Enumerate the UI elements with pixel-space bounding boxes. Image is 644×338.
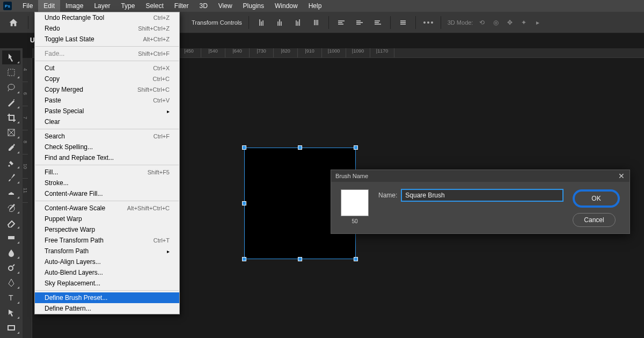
align-right-icon[interactable] — [292, 17, 304, 28]
menu-layer[interactable]: Layer — [89, 0, 115, 12]
orbit-icon[interactable]: ⟲ — [477, 18, 487, 27]
ok-button[interactable]: OK — [573, 189, 620, 208]
menu-item-label: Check Spelling... — [45, 143, 93, 151]
menu-help[interactable]: Help — [303, 0, 327, 12]
menu-item-fill[interactable]: Fill...Shift+F5 — [35, 167, 179, 178]
rectangle-tool[interactable] — [2, 321, 20, 335]
menu-item-copy[interactable]: CopyCtrl+C — [35, 74, 179, 84]
menu-item-label: Fade... — [45, 50, 64, 57]
align-center-v-icon[interactable] — [354, 17, 365, 28]
history-brush-tool[interactable] — [2, 201, 20, 215]
menu-item-puppet-warp[interactable]: Puppet Warp — [35, 214, 179, 224]
pan-icon[interactable]: ✥ — [505, 18, 515, 27]
marquee-tool[interactable] — [2, 65, 20, 79]
name-label: Name: — [378, 192, 397, 199]
menu-select[interactable]: Select — [140, 0, 169, 12]
handle-top-center[interactable] — [298, 145, 302, 150]
align-top-icon[interactable] — [335, 17, 347, 28]
menu-edit[interactable]: Edit — [38, 0, 60, 12]
menu-filter[interactable]: Filter — [169, 0, 194, 12]
align-center-h-icon[interactable] — [274, 17, 286, 28]
menu-item-content-aware-scale[interactable]: Content-Aware ScaleAlt+Shift+Ctrl+C — [35, 203, 179, 214]
menu-type[interactable]: Type — [115, 0, 140, 12]
healing-tool[interactable] — [2, 156, 20, 170]
brush-tool[interactable] — [2, 171, 20, 185]
stamp-tool[interactable] — [2, 186, 20, 200]
menu-item-label: Define Pattern... — [45, 305, 91, 312]
menu-item-define-brush-preset[interactable]: Define Brush Preset... — [35, 292, 179, 303]
svg-rect-3 — [8, 236, 14, 239]
brush-name-input[interactable] — [401, 189, 563, 201]
magic-wand-tool[interactable] — [2, 95, 20, 109]
align-bottom-icon[interactable] — [372, 17, 384, 28]
align-dist-icon[interactable] — [310, 17, 322, 28]
zoom-icon[interactable]: ▸ — [533, 18, 543, 27]
handle-top-right[interactable] — [354, 145, 358, 150]
menu-item-content-aware-fill[interactable]: Content-Aware Fill... — [35, 188, 179, 199]
handle-left-center[interactable] — [242, 201, 246, 205]
more-options-icon[interactable] — [422, 17, 434, 28]
menu-item-find-and-replace-text[interactable]: Find and Replace Text... — [35, 152, 179, 163]
close-icon[interactable]: ✕ — [618, 172, 625, 180]
handle-bottom-right[interactable] — [354, 257, 358, 261]
menu-window[interactable]: Window — [269, 0, 303, 12]
menu-item-auto-align-layers[interactable]: Auto-Align Layers... — [35, 256, 179, 267]
crop-tool[interactable] — [2, 111, 20, 124]
frame-tool[interactable] — [2, 126, 20, 139]
lasso-tool[interactable] — [2, 80, 20, 94]
menu-item-sky-replacement[interactable]: Sky Replacement... — [35, 278, 179, 289]
menu-item-toggle-last-state[interactable]: Toggle Last StateAlt+Ctrl+Z — [35, 34, 179, 45]
handle-bottom-center[interactable] — [298, 257, 302, 261]
slide-icon[interactable]: ✦ — [519, 18, 529, 27]
menu-item-shortcut: Ctrl+Z — [153, 14, 170, 21]
dialog-titlebar[interactable]: Brush Name ✕ — [331, 170, 630, 182]
menu-3d[interactable]: 3D — [194, 0, 213, 12]
menu-item-fade[interactable]: Fade...Shift+Ctrl+F — [35, 48, 179, 59]
menu-item-define-pattern[interactable]: Define Pattern... — [35, 303, 179, 314]
menu-image[interactable]: Image — [60, 0, 89, 12]
brush-preview-swatch — [341, 189, 369, 216]
menu-item-paste[interactable]: PasteCtrl+V — [35, 95, 179, 106]
cancel-button[interactable]: Cancel — [573, 213, 616, 227]
blur-tool[interactable] — [2, 246, 20, 260]
menu-item-paste-special[interactable]: Paste Special — [35, 106, 179, 116]
menu-item-check-spelling[interactable]: Check Spelling... — [35, 142, 179, 152]
type-tool[interactable]: T — [2, 291, 20, 305]
gradient-tool[interactable] — [2, 231, 20, 245]
document-tab-strip: U — [24, 33, 35, 47]
menu-item-label: Auto-Align Layers... — [45, 258, 101, 266]
menu-item-cut[interactable]: CutCtrl+X — [35, 63, 179, 74]
handle-top-left[interactable] — [242, 145, 246, 150]
menu-plugins[interactable]: Plugins — [238, 0, 269, 12]
menu-item-auto-blend-layers[interactable]: Auto-Blend Layers... — [35, 267, 179, 278]
divider — [248, 16, 249, 29]
pen-tool[interactable] — [2, 276, 20, 290]
menu-item-redo[interactable]: RedoShift+Ctrl+Z — [35, 23, 179, 34]
menu-view[interactable]: View — [213, 0, 238, 12]
menu-item-shortcut: Alt+Shift+Ctrl+C — [127, 205, 170, 211]
menu-item-label: Free Transform Path — [45, 237, 104, 244]
menu-item-search[interactable]: SearchCtrl+F — [35, 131, 179, 142]
dodge-tool[interactable] — [2, 261, 20, 275]
menu-item-transform-path[interactable]: Transform Path — [35, 246, 179, 256]
menu-item-free-transform-path[interactable]: Free Transform PathCtrl+T — [35, 235, 179, 246]
home-icon[interactable] — [5, 14, 21, 31]
menu-file[interactable]: File — [17, 0, 38, 12]
menu-item-clear[interactable]: Clear — [35, 116, 179, 127]
handle-bottom-left[interactable] — [242, 257, 246, 261]
eraser-tool[interactable] — [2, 216, 20, 230]
divider — [328, 16, 329, 29]
menu-item-undo-rectangle-tool[interactable]: Undo Rectangle ToolCtrl+Z — [35, 12, 179, 23]
divider — [441, 16, 441, 29]
menu-item-shortcut: Alt+Ctrl+Z — [143, 36, 170, 42]
menu-item-shortcut: Shift+Ctrl+F — [138, 50, 170, 57]
align-distribute-icon[interactable] — [397, 17, 409, 28]
menu-item-stroke[interactable]: Stroke... — [35, 178, 179, 188]
menu-item-copy-merged[interactable]: Copy MergedShift+Ctrl+C — [35, 84, 179, 95]
eyedropper-tool[interactable] — [2, 141, 20, 155]
path-selection-tool[interactable] — [2, 306, 20, 320]
move-tool[interactable] — [2, 50, 20, 64]
menu-item-perspective-warp[interactable]: Perspective Warp — [35, 224, 179, 235]
roll-icon[interactable]: ◎ — [491, 18, 501, 27]
align-left-icon[interactable] — [255, 17, 267, 28]
